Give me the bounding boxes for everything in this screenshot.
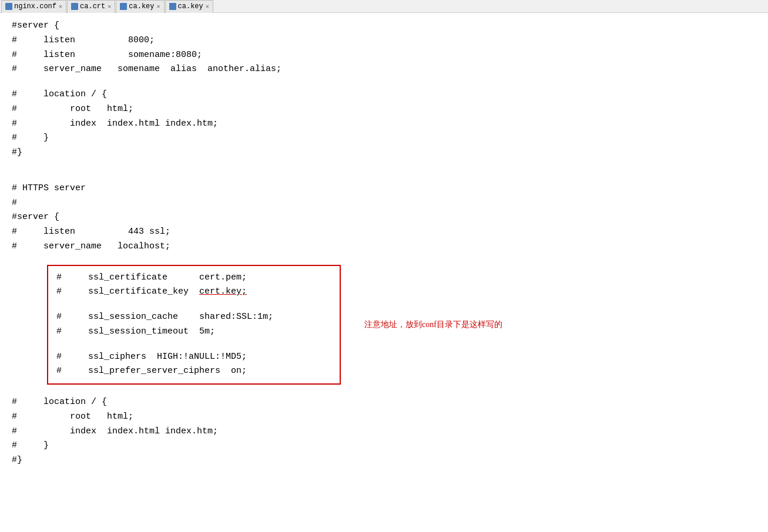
line-ssl-prefer: # ssl_prefer_server_ciphers on; xyxy=(56,364,331,379)
ca-crt-icon xyxy=(71,3,78,10)
nginx-conf-icon xyxy=(5,3,12,10)
highlighted-ssl-wrapper: # ssl_certificate cert.pem; # ssl_certif… xyxy=(12,265,756,385)
line-server-block: #server { xyxy=(12,19,756,33)
tab-ca-key2-close[interactable]: ✕ xyxy=(206,3,209,10)
tab-ca-key2[interactable]: ca.key ✕ xyxy=(165,0,213,13)
line-server-name-alias-text: # server_name somename alias another.ali… xyxy=(12,62,281,77)
ssl-box: # ssl_certificate cert.pem; # ssl_certif… xyxy=(47,265,341,385)
line-root-html-2-text: # root html; xyxy=(12,410,133,425)
line-root-html-1: # root html; xyxy=(12,102,756,117)
line-ssl-prefer-text: # ssl_prefer_server_ciphers on; xyxy=(56,364,247,379)
line-ssl-cert-key: # ssl_certificate_key cert.key; xyxy=(56,285,331,299)
line-hash-alone: # xyxy=(12,196,756,211)
line-https-comment-text: # HTTPS server xyxy=(12,181,86,196)
line-ssl-cert-key-value: cert.key; xyxy=(199,285,247,299)
spacer-3 xyxy=(12,171,756,181)
annotation-text: 注意地址，放到conf目录下是这样写的 xyxy=(364,318,502,331)
line-close-brace-1: # } xyxy=(12,131,756,146)
spacer-5 xyxy=(56,299,331,310)
highlighted-ssl-section: # ssl_certificate cert.pem; # ssl_certif… xyxy=(12,265,756,385)
line-index-1: # index index.html index.htm; xyxy=(12,117,756,132)
line-index-1-text: # index index.html index.htm; xyxy=(12,117,218,132)
tab-bar: nginx.conf ✕ ca.crt ✕ ca.key ✕ ca.key ✕ xyxy=(0,0,768,13)
tab-nginx-conf[interactable]: nginx.conf ✕ xyxy=(1,0,66,13)
line-server-name-alias: # server_name somename alias another.ali… xyxy=(12,62,756,77)
line-hash-alone-text: # xyxy=(12,196,17,211)
tab-ca-crt-close[interactable]: ✕ xyxy=(108,3,111,10)
spacer-1 xyxy=(12,77,756,87)
line-listen-443: # listen 443 ssl; xyxy=(12,225,756,240)
line-listen-8000: # listen 8000; xyxy=(12,33,756,48)
tab-ca-key[interactable]: ca.key ✕ xyxy=(116,0,164,13)
line-close-brace-4-text: #} xyxy=(12,453,22,468)
line-ssl-ciphers: # ssl_ciphers HIGH:!aNULL:!MD5; xyxy=(56,350,331,365)
line-close-brace-2-text: #} xyxy=(12,146,22,160)
spacer-7 xyxy=(12,385,756,395)
line-server-block2-text: #server { xyxy=(12,210,59,225)
ca-key2-icon xyxy=(169,3,176,10)
tab-ca-crt-label: ca.crt xyxy=(80,2,105,11)
ca-key-icon xyxy=(120,3,127,10)
line-close-brace-3: # } xyxy=(12,439,756,453)
line-ssl-session-cache: # ssl_session_cache shared:SSL:1m; xyxy=(56,310,331,325)
line-close-brace-2: #} xyxy=(12,146,756,160)
line-location-2-start-text: # location / { xyxy=(12,395,107,410)
line-ssl-session-cache-text: # ssl_session_cache shared:SSL:1m; xyxy=(56,310,273,325)
tab-ca-key2-label: ca.key xyxy=(178,2,203,11)
tab-ca-key-label: ca.key xyxy=(129,2,154,11)
tab-nginx-conf-close[interactable]: ✕ xyxy=(59,3,62,10)
line-server-block-text: #server { xyxy=(12,19,59,33)
spacer-4 xyxy=(12,254,756,265)
line-server-block2: #server { xyxy=(12,210,756,225)
line-server-name-local: # server_name localhost; xyxy=(12,240,756,254)
tab-ca-crt[interactable]: ca.crt ✕ xyxy=(67,0,115,13)
line-ssl-cert: # ssl_certificate cert.pem; xyxy=(56,271,331,285)
line-listen-8000-text: # listen 8000; xyxy=(12,33,155,48)
spacer-6 xyxy=(56,339,331,350)
line-listen-443-text: # listen 443 ssl; xyxy=(12,225,170,240)
line-close-brace-1-text: # } xyxy=(12,131,49,146)
line-ssl-cert-key-hash: # ssl_certificate_key xyxy=(56,285,199,299)
line-root-html-1-text: # root html; xyxy=(12,102,133,117)
line-server-name-local-text: # server_name localhost; xyxy=(12,240,170,254)
line-location-1-start-text: # location / { xyxy=(12,87,107,102)
line-ssl-ciphers-text: # ssl_ciphers HIGH:!aNULL:!MD5; xyxy=(56,350,247,365)
line-https-comment: # HTTPS server xyxy=(12,181,756,196)
line-close-brace-3-text: # } xyxy=(12,439,49,453)
line-index-2: # index index.html index.htm; xyxy=(12,425,756,439)
line-location-2-start: # location / { xyxy=(12,395,756,410)
line-listen-somename-text: # listen somename:8080; xyxy=(12,48,202,63)
line-index-2-text: # index index.html index.htm; xyxy=(12,425,218,439)
line-root-html-2: # root html; xyxy=(12,410,756,425)
line-close-brace-4: #} xyxy=(12,453,756,468)
tab-nginx-conf-label: nginx.conf xyxy=(14,2,56,11)
line-listen-somename: # listen somename:8080; xyxy=(12,48,756,63)
line-ssl-session-timeout-text: # ssl_session_timeout 5m; xyxy=(56,325,215,339)
editor-area: #server { # listen 8000; # listen somena… xyxy=(0,13,768,530)
line-ssl-cert-hash: # ssl_certificate cert.pem; xyxy=(56,271,247,285)
tab-ca-key-close[interactable]: ✕ xyxy=(157,3,160,10)
line-ssl-session-timeout: # ssl_session_timeout 5m; xyxy=(56,325,331,339)
spacer-2 xyxy=(12,160,756,171)
line-location-1-start: # location / { xyxy=(12,87,756,102)
